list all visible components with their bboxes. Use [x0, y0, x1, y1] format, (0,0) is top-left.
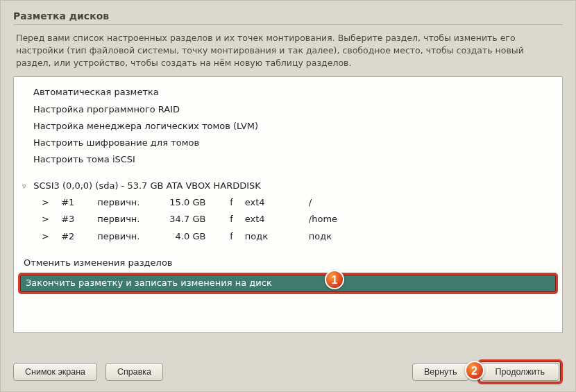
partition-row[interactable]: > #2 первичн. 4.0 GB f подк подк	[14, 228, 562, 245]
partition-row[interactable]: > #3 первичн. 34.7 GB f ext4 /home	[14, 211, 562, 228]
arrow-icon: >	[42, 196, 58, 210]
undo-changes[interactable]: Отменить изменения разделов	[14, 255, 562, 271]
option-raid[interactable]: Настройка программного RAID	[14, 101, 562, 118]
finish-partitioning[interactable]: Закончить разметку и записать изменения …	[18, 273, 558, 294]
option-iscsi[interactable]: Настроить тома iSCSI	[14, 151, 562, 168]
divider	[13, 24, 563, 25]
description-text: Перед вами список настроенных разделов и…	[16, 32, 560, 69]
back-button[interactable]: Вернуть	[412, 363, 469, 381]
disk-row[interactable]: ▿ SCSI3 (0,0,0) (sda) - 53.7 GB ATA VBOX…	[14, 178, 562, 194]
arrow-icon: >	[42, 230, 58, 244]
continue-button[interactable]: Продолжить	[481, 363, 559, 381]
option-lvm[interactable]: Настройка менеджера логических томов (LV…	[14, 118, 562, 135]
annotation-badge-2: 2	[465, 361, 484, 380]
expand-icon: ▿	[22, 180, 31, 192]
footer-bar: Снимок экрана Справка Вернуть 2 Продолжи…	[1, 359, 575, 384]
option-guided[interactable]: Автоматическая разметка	[14, 84, 562, 101]
disk-label: SCSI3 (0,0,0) (sda) - 53.7 GB ATA VBOX H…	[33, 180, 261, 191]
help-button[interactable]: Справка	[105, 363, 163, 381]
partition-row[interactable]: > #1 первичн. 15.0 GB f ext4 /	[14, 194, 562, 211]
screenshot-button[interactable]: Снимок экрана	[13, 363, 97, 381]
page-title: Разметка дисков	[13, 10, 563, 22]
annotation-badge-1: 1	[325, 270, 344, 289]
partition-panel: Автоматическая разметка Настройка програ…	[13, 76, 563, 333]
option-crypt[interactable]: Настроить шифрование для томов	[14, 135, 562, 151]
arrow-icon: >	[42, 212, 58, 226]
